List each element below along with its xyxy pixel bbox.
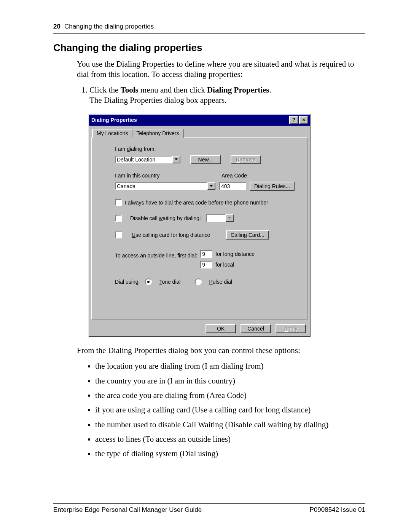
chevron-down-icon[interactable] [172, 156, 180, 163]
label-dialing-from: I am dialing from: [115, 146, 156, 152]
location-value[interactable]: Default Location [115, 156, 172, 163]
outside-long-input[interactable]: 9 [200, 250, 212, 258]
outside-local-input[interactable]: 9 [200, 261, 212, 268]
running-header: 20 Changing the dialing properties [53, 23, 365, 30]
label-disable-call-waiting: Disable call waiting by dialing: [130, 215, 201, 221]
list-item: the location you are dialing from (I am … [95, 361, 365, 371]
call-waiting-select[interactable] [206, 214, 234, 222]
label-pulse-dial: Pulse dial [209, 279, 232, 285]
area-code-input[interactable]: 403 [219, 182, 246, 190]
step-1: Click the Tools menu and then click Dial… [89, 85, 365, 105]
tab-telephony-drivers[interactable]: Telephony Drivers [132, 129, 183, 138]
after-dialog-paragraph: From the Dialing Properties dialog box y… [53, 345, 365, 356]
footer-right: P0908542 Issue 01 [309, 506, 365, 514]
options-bullet-list: the location you are dialing from (I am … [53, 361, 365, 459]
footer-left: Enterprise Edge Personal Call Manager Us… [53, 506, 202, 514]
list-item: the number used to disable Call Waiting … [95, 419, 365, 430]
country-value[interactable]: Canada [115, 182, 207, 190]
checkbox-disable-call-waiting[interactable] [115, 215, 122, 222]
list-item: the type of dialing system (Dial using) [95, 448, 365, 459]
label-outside-line: To access an outside line, first dial: [115, 250, 197, 259]
label-use-calling-card: Use calling card for long distance [132, 232, 219, 238]
footer-rule [53, 503, 365, 504]
list-item: the area code you are dialing from (Area… [95, 390, 365, 401]
dialing-rules-button[interactable]: Dialing Rules... [250, 182, 295, 191]
chevron-down-icon [225, 214, 234, 222]
label-dial-using: Dial using: [115, 279, 140, 285]
checkbox-always-areacode[interactable] [115, 199, 122, 206]
country-select[interactable]: Canada [115, 182, 215, 190]
dialog-titlebar: Dialing Properties ? × [89, 115, 310, 126]
section-heading: Changing the dialing properties [53, 42, 365, 54]
label-area-code: Area Code [221, 173, 256, 179]
checkbox-use-calling-card[interactable] [115, 232, 122, 238]
tab-my-locations[interactable]: My Locations [92, 129, 132, 138]
label-country: I am in this country [115, 173, 221, 179]
calling-card-button[interactable]: Calling Card... [226, 230, 269, 240]
chevron-down-icon[interactable] [207, 182, 215, 190]
tab-strip: My Locations Telephony Drivers [89, 126, 310, 137]
cancel-button[interactable]: Cancel [241, 324, 271, 333]
list-item: if you are using a calling card (Use a c… [95, 404, 365, 415]
list-item: access to lines (To access an outside li… [95, 434, 365, 444]
intro-paragraph: You use the Dialing Properties to define… [53, 59, 365, 80]
list-item: the country you are in (I am in this cou… [95, 375, 365, 386]
call-waiting-value[interactable] [206, 214, 225, 222]
page-number: 20 [53, 23, 61, 30]
ok-button[interactable]: OK [206, 324, 236, 333]
new-button[interactable]: New... [190, 155, 221, 164]
running-title: Changing the dialing properties [64, 23, 154, 30]
header-rule [53, 33, 365, 34]
dialing-properties-dialog: Dialing Properties ? × My Locations Tele… [88, 114, 311, 337]
close-button[interactable]: × [299, 116, 308, 124]
location-select[interactable]: Default Location [115, 156, 180, 163]
label-for-long-distance: for long distance [215, 251, 255, 257]
help-button[interactable]: ? [289, 116, 298, 124]
radio-tone-dial[interactable] [145, 278, 152, 285]
dialog-title: Dialing Properties [91, 117, 288, 123]
tab-panel: I am dialing from: Default Location New.… [91, 137, 307, 320]
steps-list: Click the Tools menu and then click Dial… [53, 85, 365, 105]
label-always-areacode: I always have to dial the area code befo… [125, 200, 268, 206]
apply-button: Apply [276, 324, 306, 333]
dialog-button-row: OK Cancel Apply [89, 322, 310, 336]
page-footer: Enterprise Edge Personal Call Manager Us… [53, 503, 365, 514]
remove-button: Remove [231, 155, 261, 164]
label-tone-dial: Tone dial [159, 279, 180, 285]
radio-pulse-dial[interactable] [195, 278, 202, 285]
label-for-local: for local [215, 262, 234, 268]
